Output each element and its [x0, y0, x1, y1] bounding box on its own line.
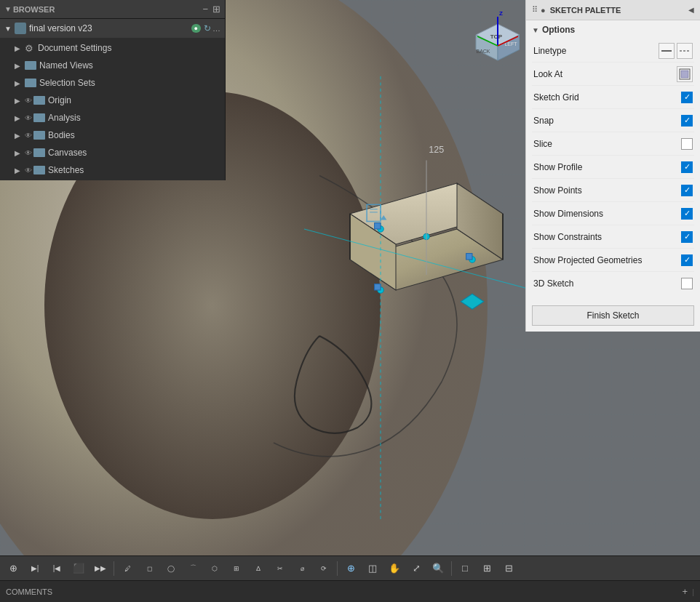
tb-sketch-tool-6[interactable]: ⊞ [226, 558, 247, 579]
show-profile-checkbox[interactable] [681, 161, 693, 173]
eye-icon[interactable]: 👁 [25, 114, 32, 122]
status-add-btn[interactable]: + [683, 586, 688, 597]
palette-title: SKETCH PALETTE [550, 6, 688, 15]
show-profile-control [681, 161, 693, 173]
browser-minus-btn[interactable]: − [202, 4, 208, 15]
grid-btn[interactable]: ⊞ [477, 558, 497, 579]
browser-header: ▼ BROWSER − ⊞ [0, 0, 225, 19]
status-bar: COMMENTS + | [0, 580, 700, 602]
folder-icon [33, 96, 45, 105]
snap-control [681, 115, 693, 127]
units-btn[interactable]: ⊟ [498, 558, 519, 579]
tree-arrow: ▶ [15, 44, 25, 52]
browser-collapse-arrow[interactable]: ▼ [4, 5, 12, 13]
row-label: Show Projected Geometries [533, 255, 681, 265]
nav-orbit-btn[interactable]: ◫ [362, 558, 383, 579]
tree-item-label: Analysis [48, 113, 81, 123]
palette-row-lookat: Look At [532, 63, 694, 86]
version-row: ▼ final version v23 ● ↻ … [0, 19, 225, 38]
tree-arrow: ▶ [15, 97, 25, 105]
finish-sketch-button[interactable]: Finish Sketch [532, 305, 694, 326]
show-points-checkbox[interactable] [681, 185, 693, 196]
eye-icon[interactable]: 👁 [25, 97, 32, 105]
folder-icon [33, 113, 45, 122]
3d-sketch-checkbox[interactable] [681, 278, 693, 289]
section-collapse-arrow: ▼ [532, 26, 539, 34]
show-dimensions-control [681, 208, 693, 220]
tb-sketch-tool-7[interactable]: ∆ [248, 558, 269, 579]
tree-item-label: Bodies [48, 130, 75, 140]
tree-item-named-views[interactable]: ▶ Named Views [0, 57, 225, 74]
tb-sketch-tool-9[interactable]: ⌀ [292, 558, 312, 579]
tree-item-bodies[interactable]: ▶ 👁 Bodies [0, 127, 225, 144]
tb-sketch-tool-5[interactable]: ⬡ [204, 558, 225, 579]
palette-row-slice: Slice [532, 132, 694, 156]
tb-fit-btn[interactable]: ▶| [25, 558, 45, 579]
show-projected-control [681, 254, 693, 266]
nav-zoom-btn[interactable]: ⤢ [406, 558, 426, 579]
nav-select-btn[interactable]: ⊕ [341, 558, 361, 579]
sketch-grid-control [681, 92, 693, 103]
version-sync-icon[interactable]: ↻ [204, 23, 211, 33]
snap-checkbox[interactable] [681, 115, 693, 127]
row-label: Sketch Grid [533, 92, 681, 103]
tree-item-selection-sets[interactable]: ▶ Selection Sets [0, 74, 225, 92]
view-cube[interactable]: TOP BACK LEFT Z [461, 6, 520, 64]
tree-item-sketches[interactable]: ▶ 👁 Sketches [0, 161, 225, 179]
tb-sketch-tool-10[interactable]: ⟳ [314, 558, 334, 579]
version-expand-arrow[interactable]: ▼ [4, 25, 15, 33]
tb-sketch-tool-2[interactable]: ◻ [139, 558, 159, 579]
3d-sketch-control [681, 278, 693, 289]
tree-item-label: Named Views [39, 60, 93, 71]
svg-text:125: 125 [429, 145, 444, 155]
sketch-grid-checkbox[interactable] [681, 92, 693, 103]
row-label: Show Points [533, 185, 681, 196]
tb-sketch-tool-8[interactable]: ✂ [270, 558, 290, 579]
palette-header: ⠿ ● SKETCH PALETTE ◀ [526, 0, 700, 20]
tree-arrow: ▶ [15, 132, 25, 140]
tree-item-analysis[interactable]: ▶ 👁 Analysis [0, 109, 225, 127]
palette-row-show-projected: Show Projected Geometries [532, 249, 694, 272]
tb-forward-btn[interactable]: ▶▶ [90, 558, 111, 579]
tb-stop-btn[interactable]: ⬛ [68, 558, 89, 579]
show-constraints-control [681, 231, 693, 243]
browser-expand-btn[interactable]: ⊞ [212, 4, 220, 15]
svg-text:TOP: TOP [490, 33, 503, 40]
tb-sketch-tool-3[interactable]: ◯ [161, 558, 181, 579]
version-more-icon[interactable]: … [212, 24, 220, 33]
tb-select-btn[interactable]: ⊕ [3, 558, 23, 579]
linetype-construction-btn[interactable] [677, 43, 693, 59]
palette-row-show-constraints: Show Constraints [532, 225, 694, 249]
section-options-header[interactable]: ▼ Options [532, 25, 694, 35]
row-label: Look At [533, 69, 677, 79]
show-dimensions-checkbox[interactable] [681, 208, 693, 220]
tb-sketch-tool-4[interactable]: ⌒ [183, 558, 203, 579]
slice-checkbox[interactable] [681, 138, 693, 150]
show-constraints-checkbox[interactable] [681, 231, 693, 243]
tb-sketch-tool-1[interactable]: 🖊 [117, 558, 138, 579]
eye-icon[interactable]: 👁 [25, 166, 32, 174]
tree-item-label: Sketches [48, 165, 84, 175]
eye-icon[interactable]: 👁 [25, 132, 32, 140]
tree-item-label: Selection Sets [39, 78, 95, 88]
palette-collapse-btn[interactable]: ◀ [688, 6, 694, 14]
display-mode-btn[interactable]: □ [455, 558, 475, 579]
comments-label: COMMENTS [6, 587, 683, 596]
tb-back-btn[interactable]: |◀ [47, 558, 67, 579]
row-label: Slice [533, 139, 681, 149]
folder-icon [25, 79, 36, 87]
tree-item-document-settings[interactable]: ▶ ⚙ Document Settings [0, 39, 225, 57]
svg-text:Z: Z [499, 10, 503, 17]
svg-text:BACK: BACK [476, 49, 490, 54]
palette-drag-handle[interactable]: ⠿ [532, 5, 538, 15]
lookat-btn[interactable] [677, 66, 693, 82]
tree-item-canvases[interactable]: ▶ 👁 Canvases [0, 144, 225, 161]
tree-item-origin[interactable]: ▶ 👁 Origin [0, 92, 225, 109]
linetype-normal-btn[interactable] [659, 43, 675, 59]
section-title: Options [542, 25, 575, 35]
eye-icon[interactable]: 👁 [25, 149, 32, 157]
row-label: 3D Sketch [533, 278, 681, 289]
show-projected-checkbox[interactable] [681, 254, 693, 266]
nav-zoom-window-btn[interactable]: 🔍 [428, 558, 448, 579]
nav-pan-btn[interactable]: ✋ [384, 558, 405, 579]
